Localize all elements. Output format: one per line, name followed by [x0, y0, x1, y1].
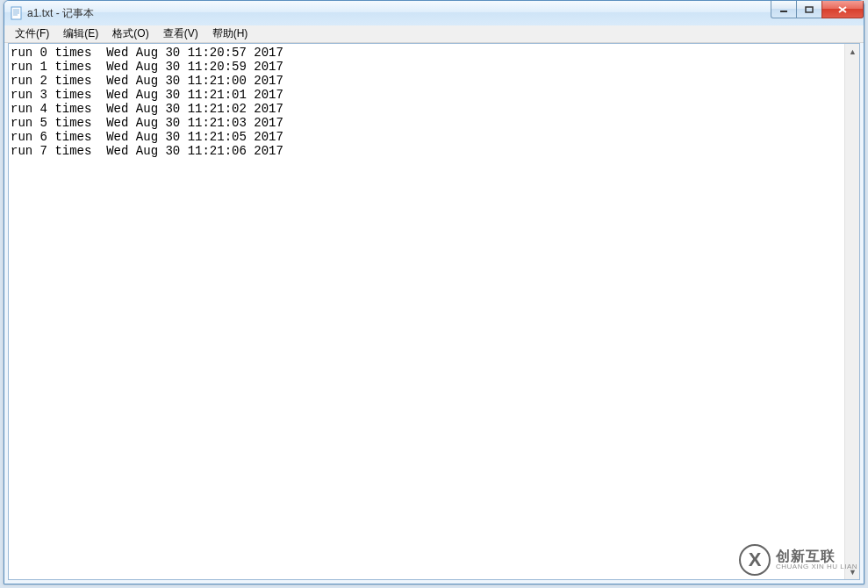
menubar: 文件(F) 编辑(E) 格式(O) 查看(V) 帮助(H) [4, 25, 864, 43]
maximize-button[interactable] [796, 1, 822, 18]
menu-view[interactable]: 查看(V) [156, 25, 205, 43]
text-area[interactable]: run 0 times Wed Aug 30 11:20:57 2017 run… [9, 44, 844, 579]
titlebar[interactable]: a1.txt - 记事本 [4, 1, 864, 25]
notepad-icon [10, 6, 24, 20]
menu-format[interactable]: 格式(O) [105, 25, 155, 43]
client-area: run 0 times Wed Aug 30 11:20:57 2017 run… [8, 43, 860, 580]
svg-rect-6 [806, 7, 813, 12]
scroll-up-icon[interactable]: ▲ [845, 44, 860, 59]
window-title: a1.txt - 记事本 [27, 6, 94, 21]
notepad-window: a1.txt - 记事本 文件(F) 编辑(E) 格式(O) 查看(V) 帮助(… [4, 0, 864, 584]
menu-help[interactable]: 帮助(H) [205, 25, 255, 43]
minimize-button[interactable] [771, 1, 797, 18]
window-controls [771, 1, 864, 18]
scroll-down-icon[interactable]: ▼ [845, 564, 860, 579]
client-wrap: run 0 times Wed Aug 30 11:20:57 2017 run… [4, 43, 864, 584]
menu-file[interactable]: 文件(F) [8, 25, 56, 43]
close-button[interactable] [821, 1, 864, 18]
vertical-scrollbar[interactable]: ▲ ▼ [844, 44, 859, 579]
menu-edit[interactable]: 编辑(E) [56, 25, 105, 43]
